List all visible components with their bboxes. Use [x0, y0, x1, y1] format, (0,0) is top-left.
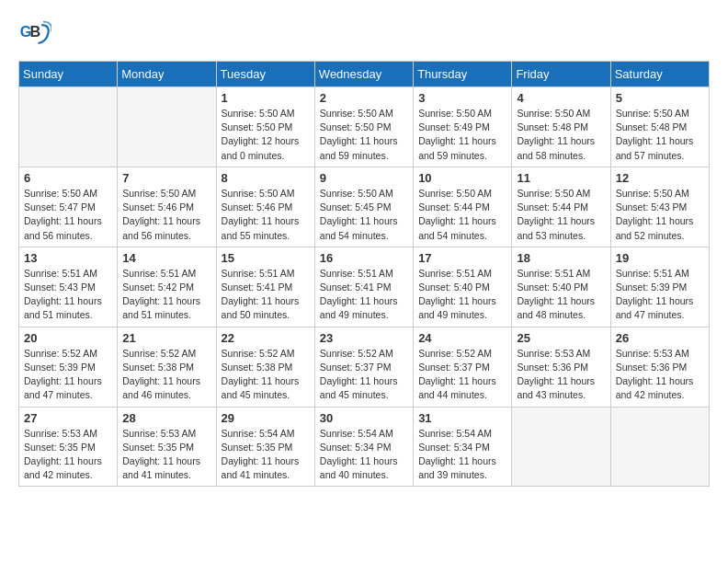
- day-info: Sunrise: 5:54 AMSunset: 5:35 PMDaylight:…: [222, 427, 310, 483]
- day-number: 2: [320, 91, 408, 105]
- week-row-2: 6Sunrise: 5:50 AMSunset: 5:47 PMDaylight…: [19, 167, 710, 247]
- day-number: 7: [122, 171, 210, 185]
- day-info: Sunrise: 5:51 AMSunset: 5:39 PMDaylight:…: [616, 267, 704, 323]
- header-cell-sunday: Sunday: [19, 62, 118, 87]
- day-number: 5: [616, 91, 704, 105]
- calendar-header: SundayMondayTuesdayWednesdayThursdayFrid…: [19, 62, 710, 87]
- day-number: 6: [24, 171, 112, 185]
- calendar-cell: 15Sunrise: 5:51 AMSunset: 5:41 PMDayligh…: [216, 247, 314, 327]
- day-number: 24: [418, 331, 506, 345]
- calendar-cell: 13Sunrise: 5:51 AMSunset: 5:43 PMDayligh…: [19, 247, 118, 327]
- day-number: 19: [616, 251, 704, 265]
- header-cell-saturday: Saturday: [610, 62, 709, 87]
- day-number: 29: [222, 411, 310, 425]
- day-number: 9: [320, 171, 408, 185]
- calendar-cell: 14Sunrise: 5:51 AMSunset: 5:42 PMDayligh…: [118, 247, 216, 327]
- day-info: Sunrise: 5:50 AMSunset: 5:44 PMDaylight:…: [418, 187, 506, 243]
- week-row-5: 27Sunrise: 5:53 AMSunset: 5:35 PMDayligh…: [19, 407, 710, 487]
- calendar-cell: 10Sunrise: 5:50 AMSunset: 5:44 PMDayligh…: [414, 167, 512, 247]
- day-info: Sunrise: 5:52 AMSunset: 5:37 PMDaylight:…: [320, 347, 408, 403]
- day-info: Sunrise: 5:52 AMSunset: 5:38 PMDaylight:…: [122, 347, 210, 403]
- day-info: Sunrise: 5:51 AMSunset: 5:41 PMDaylight:…: [222, 267, 310, 323]
- day-number: 27: [24, 411, 112, 425]
- page-header: G B: [18, 18, 710, 52]
- day-number: 31: [418, 411, 506, 425]
- calendar-cell: 12Sunrise: 5:50 AMSunset: 5:43 PMDayligh…: [610, 167, 709, 247]
- day-number: 12: [616, 171, 704, 185]
- calendar-cell: 7Sunrise: 5:50 AMSunset: 5:46 PMDaylight…: [118, 167, 216, 247]
- calendar-body: 1Sunrise: 5:50 AMSunset: 5:50 PMDaylight…: [19, 87, 710, 487]
- header-cell-thursday: Thursday: [414, 62, 512, 87]
- calendar-cell: 16Sunrise: 5:51 AMSunset: 5:41 PMDayligh…: [314, 247, 413, 327]
- calendar-cell: 1Sunrise: 5:50 AMSunset: 5:50 PMDaylight…: [216, 87, 314, 167]
- calendar-cell: 8Sunrise: 5:50 AMSunset: 5:46 PMDaylight…: [216, 167, 314, 247]
- day-info: Sunrise: 5:53 AMSunset: 5:35 PMDaylight:…: [122, 427, 210, 483]
- calendar-cell: 3Sunrise: 5:50 AMSunset: 5:49 PMDaylight…: [414, 87, 512, 167]
- day-number: 8: [222, 171, 310, 185]
- day-number: 17: [418, 251, 506, 265]
- day-number: 3: [418, 91, 506, 105]
- day-info: Sunrise: 5:51 AMSunset: 5:40 PMDaylight:…: [517, 267, 605, 323]
- day-info: Sunrise: 5:52 AMSunset: 5:38 PMDaylight:…: [222, 347, 310, 403]
- calendar-cell: 2Sunrise: 5:50 AMSunset: 5:50 PMDaylight…: [314, 87, 413, 167]
- day-info: Sunrise: 5:52 AMSunset: 5:37 PMDaylight:…: [418, 347, 506, 403]
- calendar-cell: 24Sunrise: 5:52 AMSunset: 5:37 PMDayligh…: [414, 327, 512, 407]
- header-row: SundayMondayTuesdayWednesdayThursdayFrid…: [19, 62, 710, 87]
- header-cell-tuesday: Tuesday: [216, 62, 314, 87]
- day-number: 18: [517, 251, 605, 265]
- week-row-1: 1Sunrise: 5:50 AMSunset: 5:50 PMDaylight…: [19, 87, 710, 167]
- calendar-cell: 18Sunrise: 5:51 AMSunset: 5:40 PMDayligh…: [512, 247, 610, 327]
- day-info: Sunrise: 5:54 AMSunset: 5:34 PMDaylight:…: [418, 427, 506, 483]
- day-number: 22: [222, 331, 310, 345]
- calendar-cell: [610, 407, 709, 487]
- day-number: 20: [24, 331, 112, 345]
- day-info: Sunrise: 5:53 AMSunset: 5:36 PMDaylight:…: [517, 347, 605, 403]
- calendar-cell: 31Sunrise: 5:54 AMSunset: 5:34 PMDayligh…: [414, 407, 512, 487]
- day-number: 30: [320, 411, 408, 425]
- calendar-cell: 26Sunrise: 5:53 AMSunset: 5:36 PMDayligh…: [610, 327, 709, 407]
- calendar-cell: 22Sunrise: 5:52 AMSunset: 5:38 PMDayligh…: [216, 327, 314, 407]
- day-info: Sunrise: 5:50 AMSunset: 5:46 PMDaylight:…: [222, 187, 310, 243]
- calendar-cell: 19Sunrise: 5:51 AMSunset: 5:39 PMDayligh…: [610, 247, 709, 327]
- calendar-cell: 17Sunrise: 5:51 AMSunset: 5:40 PMDayligh…: [414, 247, 512, 327]
- header-cell-friday: Friday: [512, 62, 610, 87]
- day-number: 1: [222, 91, 310, 105]
- week-row-3: 13Sunrise: 5:51 AMSunset: 5:43 PMDayligh…: [19, 247, 710, 327]
- day-info: Sunrise: 5:50 AMSunset: 5:49 PMDaylight:…: [418, 107, 506, 163]
- day-info: Sunrise: 5:50 AMSunset: 5:43 PMDaylight:…: [616, 187, 704, 243]
- day-number: 16: [320, 251, 408, 265]
- calendar-cell: 6Sunrise: 5:50 AMSunset: 5:47 PMDaylight…: [19, 167, 118, 247]
- calendar-cell: 5Sunrise: 5:50 AMSunset: 5:48 PMDaylight…: [610, 87, 709, 167]
- header-cell-monday: Monday: [118, 62, 216, 87]
- calendar-cell: [512, 407, 610, 487]
- day-info: Sunrise: 5:51 AMSunset: 5:40 PMDaylight:…: [418, 267, 506, 323]
- day-info: Sunrise: 5:51 AMSunset: 5:43 PMDaylight:…: [24, 267, 112, 323]
- day-info: Sunrise: 5:50 AMSunset: 5:44 PMDaylight:…: [517, 187, 605, 243]
- day-number: 23: [320, 331, 408, 345]
- day-info: Sunrise: 5:50 AMSunset: 5:48 PMDaylight:…: [517, 107, 605, 163]
- day-number: 13: [24, 251, 112, 265]
- day-info: Sunrise: 5:52 AMSunset: 5:39 PMDaylight:…: [24, 347, 112, 403]
- day-number: 14: [122, 251, 210, 265]
- calendar-cell: [118, 87, 216, 167]
- logo-icon: G B: [18, 18, 51, 52]
- calendar-cell: 28Sunrise: 5:53 AMSunset: 5:35 PMDayligh…: [118, 407, 216, 487]
- day-info: Sunrise: 5:50 AMSunset: 5:50 PMDaylight:…: [222, 107, 310, 163]
- day-info: Sunrise: 5:53 AMSunset: 5:36 PMDaylight:…: [616, 347, 704, 403]
- day-info: Sunrise: 5:50 AMSunset: 5:48 PMDaylight:…: [616, 107, 704, 163]
- calendar-cell: [19, 87, 118, 167]
- logo: G B: [18, 18, 55, 52]
- calendar-cell: 20Sunrise: 5:52 AMSunset: 5:39 PMDayligh…: [19, 327, 118, 407]
- calendar-cell: 25Sunrise: 5:53 AMSunset: 5:36 PMDayligh…: [512, 327, 610, 407]
- calendar-cell: 27Sunrise: 5:53 AMSunset: 5:35 PMDayligh…: [19, 407, 118, 487]
- day-info: Sunrise: 5:50 AMSunset: 5:46 PMDaylight:…: [122, 187, 210, 243]
- svg-text:B: B: [30, 23, 41, 40]
- day-number: 10: [418, 171, 506, 185]
- day-number: 26: [616, 331, 704, 345]
- calendar-cell: 29Sunrise: 5:54 AMSunset: 5:35 PMDayligh…: [216, 407, 314, 487]
- day-info: Sunrise: 5:51 AMSunset: 5:41 PMDaylight:…: [320, 267, 408, 323]
- day-number: 15: [222, 251, 310, 265]
- header-cell-wednesday: Wednesday: [314, 62, 413, 87]
- day-info: Sunrise: 5:54 AMSunset: 5:34 PMDaylight:…: [320, 427, 408, 483]
- day-number: 11: [517, 171, 605, 185]
